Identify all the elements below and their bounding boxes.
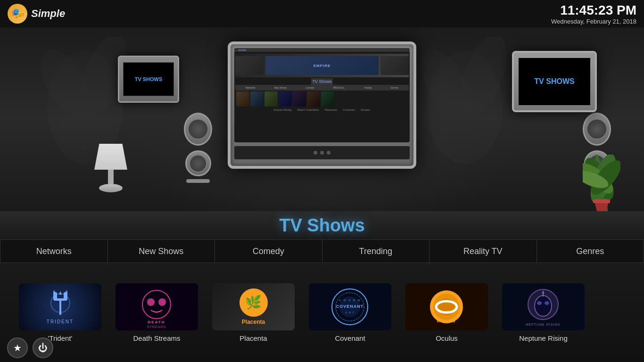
svg-text:oculus: oculus: [437, 319, 456, 323]
logo-area: 🎭 Simple: [8, 4, 65, 24]
tv-thumb-sm-6: [307, 91, 320, 107]
favorite-button[interactable]: ★: [7, 337, 28, 358]
lamp-shade: [94, 144, 127, 170]
addon-death-streams[interactable]: DEATH STREAMS Death Streams: [116, 283, 198, 342]
floral-right: [418, 37, 512, 178]
tv-dot-3: [327, 151, 330, 155]
tv-right: TV SHOWS: [512, 51, 597, 112]
covenant-thumbnail: C O V E N COVENANT A N T: [309, 283, 391, 330]
tv-center-bottom: [234, 146, 410, 159]
placenta-circle-icon: 🌿: [239, 288, 268, 317]
plant-svg: [583, 155, 620, 211]
placenta-thumbnail: 🌿 Placenta: [212, 283, 295, 330]
tv-mini-footer: Empire Rising Watch Guardians Pleasures …: [272, 108, 372, 111]
trident-thumb-bg: TRIDENT: [19, 283, 101, 330]
tv-mini-banner: EMPIRE: [235, 54, 409, 77]
oculus-svg: oculus: [405, 283, 488, 330]
tv-footer-item-5: Sinister: [361, 108, 370, 111]
tv-mini-nav-comedy: Comedy: [305, 86, 314, 89]
tab-trending[interactable]: Trending: [322, 240, 430, 263]
tv-dot-2: [320, 151, 324, 155]
tv-footer-item-2: Watch Guardians: [297, 108, 319, 111]
addon-placenta-label: Placenta: [239, 334, 267, 342]
svg-rect-40: [543, 293, 544, 296]
tv-mini-nav-hbo: HBO/Cine...: [333, 86, 346, 89]
power-icon: ⏻: [38, 343, 48, 354]
addon-placenta[interactable]: 🌿 Placenta Placenta: [212, 283, 295, 342]
speaker-body-right: [583, 113, 611, 146]
lamp-pole: [108, 170, 114, 184]
svg-point-39: [545, 301, 549, 305]
addon-neptune-rising-label: Neptune Rising: [519, 334, 568, 342]
date-display: Wednesday, February 21, 2018: [551, 18, 636, 25]
speaker-inner-left-2: [189, 155, 207, 173]
svg-text:C O V E N: C O V E N: [339, 299, 361, 302]
tv-inner-content: EMPIRE TV Shows Networks New Shows Comed…: [234, 52, 410, 142]
svg-text:A N T: A N T: [345, 311, 355, 314]
addon-oculus[interactable]: oculus Oculus: [405, 283, 488, 342]
svg-text:STREAMS: STREAMS: [147, 325, 166, 329]
addon-neptune-rising[interactable]: NEPTUNE RISING Neptune Rising: [502, 283, 585, 342]
logo-text: Simple: [31, 8, 65, 20]
tv-inner-ui: simple EMPIRE TV Shows Networks New Show…: [234, 48, 410, 142]
tv-center: simple EMPIRE TV Shows Networks New Show…: [228, 41, 416, 169]
tv-mini-nav: Networks New Shows Comedy HBO/Cine... Re…: [235, 85, 409, 90]
tv-footer-item-4: Covenant: [343, 108, 355, 111]
tv-thumb-sm-7: [321, 91, 334, 107]
tab-reality-tv[interactable]: Reality TV: [429, 240, 537, 263]
tv-center-screen: simple EMPIRE TV Shows Networks New Show…: [234, 48, 410, 142]
tab-new-shows[interactable]: New Shows: [108, 240, 215, 263]
neptune-thumb-bg: NEPTUNE RISING: [502, 283, 585, 330]
neptune-svg: NEPTUNE RISING: [502, 283, 585, 330]
addon-covenant-label: Covenant: [335, 334, 365, 342]
svg-point-38: [537, 301, 542, 305]
title-banner: TV Shows: [0, 211, 644, 239]
placenta-thumb-bg: 🌿 Placenta: [212, 283, 295, 330]
svg-point-18: [147, 298, 155, 306]
death-streams-thumbnail: DEATH STREAMS: [116, 283, 198, 330]
page-title: TV Shows: [279, 215, 365, 236]
tv-inner-top: simple: [234, 48, 410, 52]
tv-left: TV SHOWS: [118, 56, 179, 103]
addon-trident[interactable]: TRIDENT 'Trident': [19, 283, 101, 342]
tab-comedy[interactable]: Comedy: [215, 240, 322, 263]
tv-thumb-sm-1: [236, 91, 249, 107]
svg-text:COVENANT: COVENANT: [336, 304, 364, 309]
tv-center-inner-label: TV Shows: [311, 78, 332, 85]
addon-oculus-label: Oculus: [436, 334, 458, 342]
speaker-body-left: [184, 113, 212, 146]
tv-right-screen: TV SHOWS: [519, 58, 590, 105]
tv-mini-nav-genres: Genres: [391, 86, 398, 89]
svg-point-19: [158, 298, 166, 306]
placenta-brand-text: Placenta: [242, 319, 265, 325]
bottom-bar: ★ ⏻: [0, 334, 60, 362]
svg-text:NEPTUNE RISING: NEPTUNE RISING: [526, 323, 561, 326]
datetime: 11:45:23 PM Wednesday, February 21, 2018: [551, 3, 636, 25]
tv-left-label: TV SHOWS: [135, 76, 163, 82]
scene: TV SHOWS simple EMPIRE: [0, 27, 644, 211]
speaker-base-left: [186, 179, 210, 183]
tv-dot-1: [314, 151, 317, 155]
lamp-base: [99, 184, 123, 192]
svg-rect-13: [593, 199, 610, 203]
tab-genres[interactable]: Genres: [537, 240, 644, 263]
tv-thumb-sm-2: [250, 91, 264, 107]
addon-covenant[interactable]: C O V E N COVENANT A N T Covenant: [309, 283, 391, 342]
trident-svg-icon: [49, 289, 72, 317]
tab-networks[interactable]: Networks: [0, 240, 108, 263]
tv-mini-nav-reality: Reality: [364, 86, 372, 89]
tv-thumb-sm-3: [264, 91, 278, 107]
oculus-thumbnail: oculus: [405, 283, 488, 330]
power-button[interactable]: ⏻: [33, 337, 53, 358]
svg-text:DEATH: DEATH: [148, 320, 165, 324]
logo-icon: 🎭: [8, 4, 27, 24]
addon-death-streams-label: Death Streams: [133, 334, 180, 342]
trident-brand-text: TRIDENT: [47, 319, 74, 324]
tv-thumb-sm-5: [293, 91, 306, 107]
covenant-thumb-bg: C O V E N COVENANT A N T: [309, 283, 391, 330]
neptune-thumbnail: NEPTUNE RISING: [502, 283, 585, 330]
covenant-svg: C O V E N COVENANT A N T: [309, 283, 391, 330]
death-streams-svg: DEATH STREAMS: [116, 283, 198, 330]
tv-thumb-sm-4: [279, 91, 292, 107]
lamp: [94, 144, 127, 192]
